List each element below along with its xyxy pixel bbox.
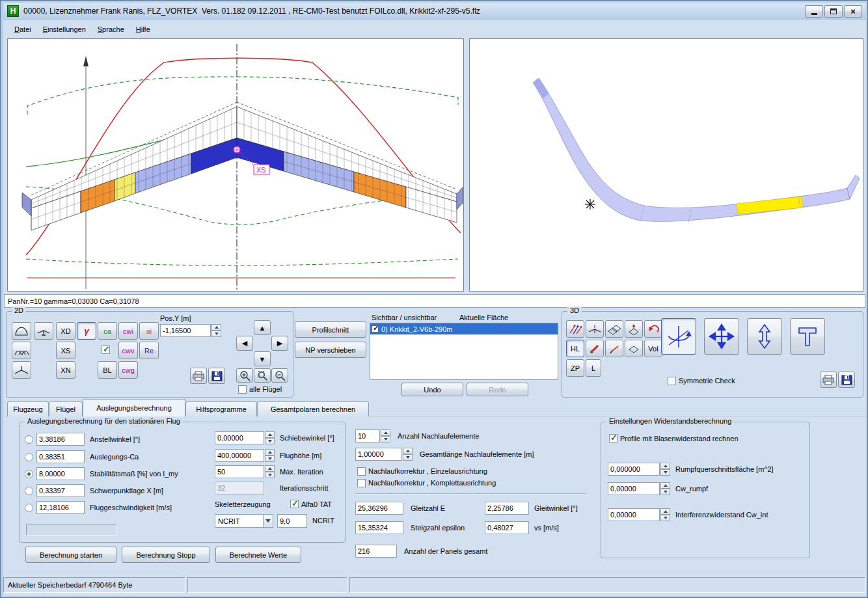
spinner-up-button[interactable] xyxy=(211,324,221,331)
3d-view-canvas[interactable] xyxy=(469,38,863,292)
radio-auslegungs-ca[interactable] xyxy=(25,453,33,461)
anstellwinkel-input[interactable] xyxy=(36,433,85,446)
spinner-up-button[interactable] xyxy=(403,448,413,454)
schiebewinkel-input[interactable] xyxy=(215,431,264,444)
cwv-button[interactable]: cwv xyxy=(118,342,138,359)
cw-int-spinner[interactable] xyxy=(660,508,670,521)
xs-button[interactable]: XS xyxy=(56,342,75,359)
ncrit-combobox[interactable]: NCRIT xyxy=(215,514,273,528)
nachlauf-laenge-input[interactable] xyxy=(355,448,402,461)
spinner-up-button[interactable] xyxy=(265,431,275,438)
vol-button[interactable]: Vol xyxy=(644,340,662,357)
hl-button[interactable]: HL xyxy=(566,340,584,357)
spinner-up-button[interactable] xyxy=(660,482,670,489)
cw-rumpf-input[interactable] xyxy=(608,482,660,495)
spinner-down-button[interactable] xyxy=(660,469,670,476)
panel-normal-button[interactable] xyxy=(625,320,643,338)
pins-view-button[interactable] xyxy=(566,320,584,338)
gleitwinkel-input[interactable] xyxy=(485,502,529,515)
radio-schwerpunktlage[interactable] xyxy=(25,487,33,495)
rumpfquerschnitt-spinner[interactable] xyxy=(660,463,670,476)
panel-flat-button[interactable] xyxy=(625,340,643,357)
fluggeschwindigkeit-input[interactable] xyxy=(36,501,85,514)
redo-button[interactable]: Redo xyxy=(467,383,528,396)
save-2d-button[interactable] xyxy=(208,368,225,384)
spinner-down-button[interactable] xyxy=(265,472,275,478)
berechnung-stopp-button[interactable]: Berechnung Stopp xyxy=(122,547,210,563)
rotate-3d-button[interactable] xyxy=(661,318,696,355)
spinner-up-button[interactable] xyxy=(381,429,390,436)
zp-button[interactable]: ZP xyxy=(566,359,584,377)
profilschnitt-button[interactable]: Profilschnitt xyxy=(295,321,366,338)
spinner-down-button[interactable] xyxy=(660,489,670,495)
menu-hilfe[interactable]: Hilfe xyxy=(130,23,156,36)
zoom-out-button[interactable] xyxy=(271,368,288,383)
re-button[interactable]: Re xyxy=(139,342,159,359)
schiebewinkel-spinner[interactable] xyxy=(265,431,275,444)
radio-fluggeschwindigkeit[interactable] xyxy=(25,504,33,512)
gleitzahl-input[interactable] xyxy=(355,502,403,515)
ai-button[interactable]: ai xyxy=(139,322,159,340)
einzelausrichtung-checkbox[interactable] xyxy=(357,467,366,476)
steigzahl-input[interactable] xyxy=(355,521,403,534)
panels-gesamt-input[interactable] xyxy=(355,545,397,558)
surface-list-item[interactable]: 0) Krikkit_2-V6b-290m xyxy=(370,323,558,334)
bl-button[interactable]: BL xyxy=(98,361,117,379)
spinner-down-button[interactable] xyxy=(403,454,413,461)
tab-auslegungsberechnung[interactable]: Auslegungsberechnung xyxy=(83,399,185,416)
pan-left-button[interactable]: ◀ xyxy=(236,336,253,351)
berechnung-starten-button[interactable]: Berechnung starten xyxy=(25,547,116,563)
cw-rumpf-spinner[interactable] xyxy=(660,482,670,495)
front-view-button[interactable] xyxy=(12,361,31,379)
plane-3d-button[interactable] xyxy=(586,320,604,338)
radio-stabilitaetsmass[interactable] xyxy=(25,470,33,478)
auslegungs-ca-input[interactable] xyxy=(36,450,85,463)
surface-listbox[interactable]: 0) Krikkit_2-V6b-290m xyxy=(370,323,558,380)
max-iteration-input[interactable] xyxy=(215,465,264,478)
cwg-button[interactable]: cwg xyxy=(118,361,138,379)
schwerpunktlage-input[interactable] xyxy=(36,484,85,497)
tab-fluegel[interactable]: Flügel xyxy=(49,401,83,416)
nachlaufelemente-spinner[interactable] xyxy=(381,429,390,442)
spinner-up-button[interactable] xyxy=(660,508,670,515)
max-iteration-spinner[interactable] xyxy=(265,465,275,478)
menu-einstellungen[interactable]: Einstellungen xyxy=(37,23,92,36)
xn-button[interactable]: XN xyxy=(56,361,75,379)
menu-sprache[interactable]: Sprache xyxy=(92,23,130,36)
spinner-down-button[interactable] xyxy=(381,436,390,442)
tab-flugzeug[interactable]: Flugzeug xyxy=(7,401,49,416)
zoom-3d-button[interactable] xyxy=(747,318,782,355)
nachlauf-laenge-spinner[interactable] xyxy=(403,448,413,461)
vs-input[interactable] xyxy=(485,521,529,534)
tool-3d-button[interactable] xyxy=(790,318,825,355)
posy-spinner[interactable] xyxy=(211,324,221,337)
berechnete-werte-button[interactable]: Berechnete Werte xyxy=(215,547,301,563)
ca-button[interactable]: ca xyxy=(98,322,117,340)
spinner-down-button[interactable] xyxy=(211,331,221,337)
stabilitaetsmass-input[interactable] xyxy=(36,467,85,480)
nachlaufelemente-input[interactable] xyxy=(355,429,380,442)
spinner-down-button[interactable] xyxy=(265,438,275,444)
spinner-up-button[interactable] xyxy=(265,449,275,455)
reset-view-button[interactable] xyxy=(644,320,662,338)
posy-input[interactable] xyxy=(160,324,211,337)
surface-visible-checkbox[interactable] xyxy=(372,325,379,333)
menu-datei[interactable]: Datei xyxy=(8,23,37,36)
planform-view-button[interactable] xyxy=(12,322,31,340)
print-2d-button[interactable] xyxy=(190,368,207,384)
save-3d-button[interactable] xyxy=(838,372,855,388)
komplettausrichtung-checkbox[interactable] xyxy=(357,479,366,487)
title-bar[interactable]: H 00000, Lizenznehmer Frank Ranis, FLZ_V… xyxy=(3,3,866,20)
print-3d-button[interactable] xyxy=(820,372,837,388)
ncrit-value-input[interactable] xyxy=(277,514,307,528)
pan-right-button[interactable]: ▶ xyxy=(271,336,288,351)
combobox-dropdown-icon[interactable] xyxy=(263,515,273,527)
flughoehe-input[interactable] xyxy=(215,449,264,462)
marker-button[interactable] xyxy=(605,340,623,357)
flughoehe-spinner[interactable] xyxy=(265,449,275,462)
xd-button[interactable]: XD xyxy=(56,322,75,340)
l-button[interactable]: L xyxy=(586,359,601,377)
pan-down-button[interactable]: ▼ xyxy=(254,351,271,366)
pan-up-button[interactable]: ▲ xyxy=(254,320,271,335)
ca-display-checkbox[interactable] xyxy=(102,346,110,354)
